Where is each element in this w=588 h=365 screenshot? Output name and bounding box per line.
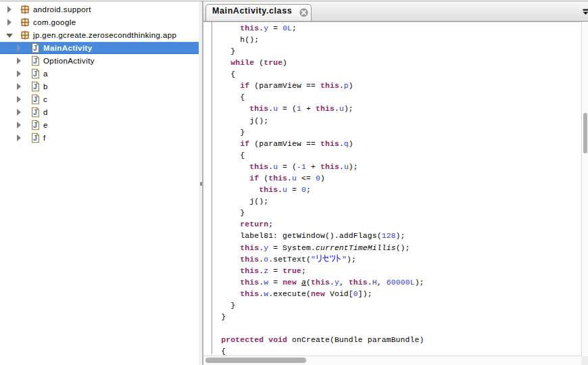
svg-text:J: J (33, 108, 37, 116)
svg-text:J: J (33, 44, 37, 52)
svg-text:J: J (33, 95, 37, 103)
svg-text:J: J (33, 57, 37, 65)
svg-text:J: J (33, 134, 37, 142)
svg-text:J: J (33, 70, 37, 78)
svg-text:J: J (33, 121, 37, 129)
svg-text:J: J (33, 82, 37, 91)
